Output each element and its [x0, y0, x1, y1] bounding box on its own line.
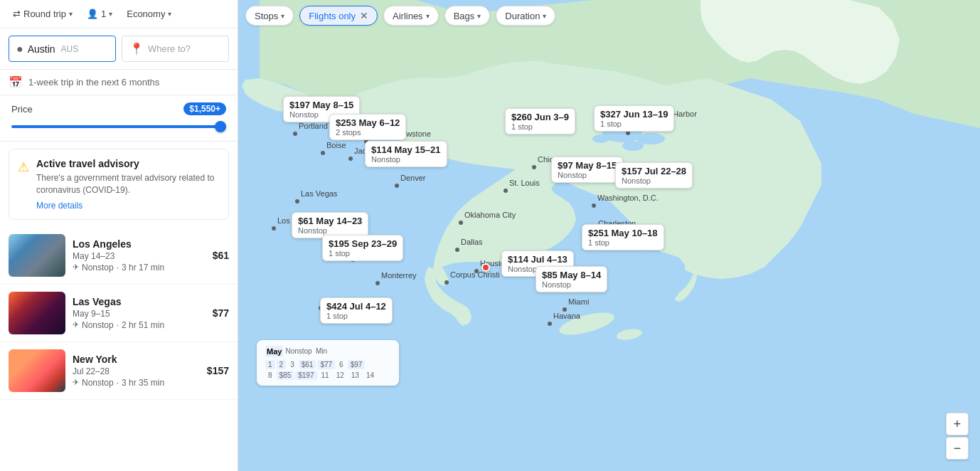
pin-price: $253 May 6–12 — [336, 117, 400, 128]
pin-price: $114 Jul 4–13 — [508, 254, 568, 265]
map-price-pin[interactable]: $97 May 8–15 Nonstop — [551, 157, 623, 183]
map-city-dot — [592, 203, 596, 208]
callout-type: Nonstop — [284, 346, 313, 357]
map-city-dot — [455, 248, 459, 252]
advisory-title: Active travel advisory — [36, 158, 220, 169]
dest-thumbnail — [9, 234, 65, 277]
pin-stops: 1 stop — [588, 238, 658, 247]
dest-price: $157 — [207, 365, 229, 376]
price-label: Price — [11, 104, 33, 115]
passengers-icon: 👤 — [87, 9, 98, 19]
flights-only-close[interactable]: ✕ — [360, 10, 368, 21]
filter-flights-only[interactable]: Flights only ✕ — [299, 6, 378, 26]
destination-field[interactable]: 📍 Where to? — [122, 36, 229, 62]
advisory-link[interactable]: More details — [36, 201, 82, 211]
filter-stops[interactable]: Stops ▾ — [245, 6, 294, 26]
destination-icon: 📍 — [129, 42, 144, 55]
map-price-pin[interactable]: $195 Sep 23–29 1 stop — [322, 235, 403, 261]
passengers-count: 1 — [101, 9, 106, 19]
dest-thumbnail — [9, 349, 65, 392]
destination-card[interactable]: New York Jul 22–28 ✈ Nonstop · 3 hr 35 m… — [0, 342, 238, 400]
pin-price: $97 May 8–15 — [558, 160, 617, 171]
passengers-button[interactable]: 👤 1 ▾ — [82, 6, 117, 22]
origin-icon: ● — [16, 43, 23, 55]
map-city-dot — [272, 226, 276, 231]
map-price-pin[interactable]: $424 Jul 4–12 1 stop — [320, 297, 393, 324]
map-price-pin[interactable]: $157 Jul 22–28 Nonstop — [615, 162, 693, 189]
trip-type-label: Round trip — [23, 9, 66, 19]
map-city-dot — [444, 280, 449, 285]
pin-stops: Nonstop — [542, 280, 601, 289]
date-text: 1-week trip in the next 6 months — [28, 77, 159, 88]
flight-icon: ✈ — [73, 378, 79, 387]
pin-stops: Nonstop — [622, 176, 686, 185]
pin-price: $327 Jun 13–19 — [600, 109, 668, 120]
price-slider[interactable] — [11, 120, 226, 134]
callout-qualifier: Min — [314, 346, 329, 357]
flight-icon: ✈ — [73, 320, 79, 329]
airlines-arrow: ▾ — [426, 12, 430, 20]
callout-month: May — [265, 346, 283, 357]
pin-price: $157 Jul 22–28 — [622, 166, 686, 176]
map-area: Stops ▾ Flights only ✕ Airlines ▾ Bags ▾… — [238, 0, 980, 471]
date-row[interactable]: 📅 1-week trip in the next 6 months — [0, 70, 238, 95]
map-price-pin[interactable]: $253 May 6–12 2 stops — [329, 114, 406, 140]
price-thumb[interactable] — [215, 121, 226, 132]
zoom-out-button[interactable]: − — [946, 437, 969, 460]
price-badge: $1,550+ — [183, 102, 226, 115]
airlines-label: Airlines — [393, 11, 423, 21]
pin-price: $251 May 10–18 — [588, 228, 658, 238]
left-panel: ⇄ Round trip ▾ 👤 1 ▾ Economy ▾ ● Austin … — [0, 0, 238, 471]
pin-price: $61 May 14–23 — [298, 216, 362, 226]
pin-stops: 1 stop — [511, 122, 569, 131]
map-city-dot — [348, 157, 353, 161]
bags-arrow: ▾ — [477, 12, 481, 20]
top-bar: ⇄ Round trip ▾ 👤 1 ▾ Economy ▾ — [0, 0, 238, 28]
passengers-arrow: ▾ — [109, 10, 112, 18]
destination-list: Los Angeles May 14–23 ✈ Nonstop · 3 hr 1… — [0, 227, 238, 400]
map-price-pin[interactable]: $114 May 15–21 Nonstop — [365, 141, 447, 167]
pin-stops: 1 stop — [329, 249, 397, 258]
dest-price: $77 — [213, 307, 229, 319]
filter-duration[interactable]: Duration ▾ — [496, 6, 555, 26]
map-city-dot — [548, 322, 552, 326]
dest-dates: Jul 22–28 — [73, 366, 200, 376]
advisory-desc: There's a government travel advisory rel… — [36, 172, 220, 196]
pin-price: $424 Jul 4–12 — [326, 301, 386, 312]
dest-dates: May 9–15 — [73, 309, 206, 319]
dest-duration: 3 hr 17 min — [122, 263, 164, 272]
map-city-dot — [474, 269, 479, 273]
origin-field[interactable]: ● Austin AUS — [9, 36, 116, 62]
stops-label: Stops — [255, 11, 278, 21]
map-price-pin[interactable]: $251 May 10–18 1 stop — [582, 224, 664, 250]
pin-price: $197 May 8–15 — [289, 100, 353, 110]
dest-duration: 3 hr 35 min — [122, 378, 164, 388]
trip-type-button[interactable]: ⇄ Round trip ▾ — [9, 6, 77, 22]
dest-flight-type: Nonstop — [82, 263, 114, 272]
map-price-pin[interactable]: $85 May 8–14 Nonstop — [536, 266, 607, 292]
dest-flight-type: Nonstop — [82, 378, 114, 388]
map-city-dot — [293, 132, 297, 136]
cabin-arrow: ▾ — [168, 10, 171, 18]
pin-price: $114 May 15–21 — [371, 144, 441, 155]
filter-airlines[interactable]: Airlines ▾ — [383, 6, 439, 26]
origin-text: Austin — [28, 43, 55, 55]
filter-bags[interactable]: Bags ▾ — [444, 6, 491, 26]
destination-card[interactable]: Los Angeles May 14–23 ✈ Nonstop · 3 hr 1… — [0, 227, 238, 285]
dest-name: Los Angeles — [73, 238, 206, 250]
map-price-pin[interactable]: $327 Jun 13–19 1 stop — [594, 105, 674, 132]
pin-stops: Nonstop — [558, 171, 617, 179]
map-city-dot — [295, 199, 299, 203]
map-city-dot — [563, 307, 567, 312]
dest-dates: May 14–23 — [73, 251, 206, 261]
pin-stops: Nonstop — [371, 155, 441, 164]
flight-icon: ✈ — [73, 263, 79, 272]
cabin-button[interactable]: Economy ▾ — [122, 6, 176, 22]
map-price-pin[interactable]: $260 Jun 3–9 1 stop — [505, 108, 575, 134]
advisory-content: Active travel advisory There's a governm… — [36, 158, 220, 211]
zoom-in-button[interactable]: + — [946, 413, 969, 435]
search-fields: ● Austin AUS 📍 Where to? — [0, 28, 238, 70]
pin-stops: Nonstop — [298, 226, 362, 235]
destination-card[interactable]: Las Vegas May 9–15 ✈ Nonstop · 2 hr 51 m… — [0, 285, 238, 342]
dest-name: New York — [73, 354, 200, 365]
